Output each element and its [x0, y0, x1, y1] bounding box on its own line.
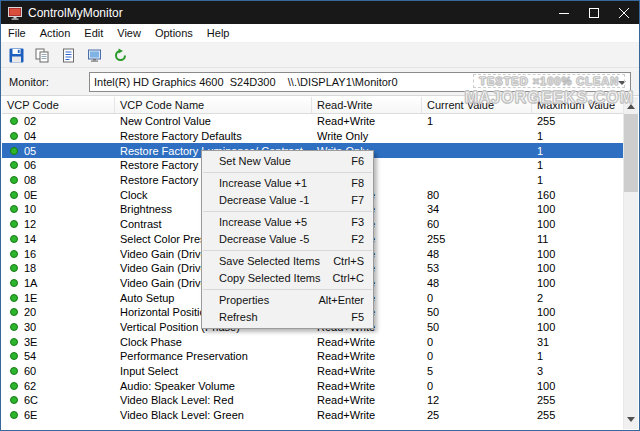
menu-item-shortcut: Alt+Enter	[318, 292, 364, 309]
vcp-name-cell: Audio: Speaker Volume	[115, 378, 312, 393]
context-menu-item-refresh[interactable]: RefreshF5	[202, 309, 373, 326]
context-menu-item-increase-value-5[interactable]: Increase Value +5F3	[202, 214, 373, 231]
status-dot-icon	[10, 147, 18, 155]
current-value-cell	[422, 129, 532, 144]
max-value-cell: 100	[532, 320, 625, 335]
status-dot-icon	[10, 264, 18, 272]
monitor-label: Monitor:	[9, 76, 89, 88]
vcp-code-cell: 16	[2, 246, 115, 261]
status-dot-icon	[10, 205, 18, 213]
context-menu-item-increase-value-1[interactable]: Increase Value +1F8	[202, 175, 373, 192]
vcp-name-cell: New Control Value	[115, 114, 312, 129]
table-header: VCP CodeVCP Code NameRead-WriteCurrent V…	[2, 97, 638, 114]
current-value-cell: 25	[422, 408, 532, 423]
context-menu-item-decrease-value-5[interactable]: Decrease Value -5F2	[202, 231, 373, 248]
menu-item-shortcut: F5	[351, 309, 364, 326]
column-header-vcp-code-name[interactable]: VCP Code Name	[115, 97, 312, 113]
vcp-name-cell: Performance Preservation	[115, 349, 312, 364]
app-icon	[8, 6, 22, 20]
scroll-up-arrow-icon[interactable]	[624, 98, 638, 114]
read-write-cell: Write Only	[312, 129, 422, 144]
vcp-code-text: 04	[24, 130, 36, 142]
vcp-code-cell: 12	[2, 217, 115, 232]
current-value-cell	[422, 158, 532, 173]
table-row[interactable]: 02New Control ValueRead+Write1255	[2, 114, 638, 129]
status-dot-icon	[10, 352, 18, 360]
menu-item-label: Increase Value +1	[219, 175, 307, 192]
copy-icon[interactable]	[32, 45, 53, 66]
document-icon[interactable]	[58, 45, 79, 66]
context-menu-item-copy-selected-items[interactable]: Copy Selected ItemsCtrl+C	[202, 270, 373, 287]
vcp-code-cell: 60	[2, 364, 115, 379]
vcp-code-cell: 20	[2, 305, 115, 320]
menu-item-options[interactable]: Options	[148, 24, 200, 42]
vcp-code-cell: 1E	[2, 290, 115, 305]
vcp-code-cell: 02	[2, 114, 115, 129]
context-menu: Set New ValueF6Increase Value +1F8Decrea…	[201, 150, 374, 329]
vcp-code-text: 20	[24, 306, 36, 318]
vcp-code-cell: 04	[2, 129, 115, 144]
properties-icon[interactable]	[84, 45, 105, 66]
maximize-button[interactable]	[579, 1, 609, 24]
save-icon[interactable]	[6, 45, 27, 66]
current-value-cell: 50	[422, 320, 532, 335]
column-header-read-write[interactable]: Read-Write	[312, 97, 422, 113]
menu-item-file[interactable]: File	[1, 24, 33, 42]
context-menu-item-decrease-value-1[interactable]: Decrease Value -1F7	[202, 192, 373, 209]
table-row[interactable]: 6CVideo Black Level: RedRead+Write12255	[2, 393, 638, 408]
vcp-code-cell: 54	[2, 349, 115, 364]
scroll-down-arrow-icon[interactable]	[624, 412, 638, 428]
vcp-name-cell: Input Select	[115, 364, 312, 379]
table-row[interactable]: 62Audio: Speaker VolumeRead+Write0100	[2, 378, 638, 393]
chevron-down-icon	[618, 81, 626, 89]
menu-item-edit[interactable]: Edit	[77, 24, 110, 42]
column-header-current-value[interactable]: Current Value	[422, 97, 532, 113]
menu-item-action[interactable]: Action	[33, 24, 78, 42]
column-header-maximum-value[interactable]: Maximum Value	[532, 97, 625, 113]
vcp-code-cell: 08	[2, 173, 115, 188]
vcp-code-cell: 0E	[2, 187, 115, 202]
scrollbar-thumb[interactable]	[624, 114, 638, 192]
status-dot-icon	[10, 220, 18, 228]
menu-item-view[interactable]: View	[110, 24, 148, 42]
vcp-code-cell: 06	[2, 158, 115, 173]
current-value-cell: 0	[422, 378, 532, 393]
close-button[interactable]	[609, 1, 639, 24]
vcp-name-cell: Clock Phase	[115, 334, 312, 349]
column-header-vcp-code[interactable]: VCP Code	[2, 97, 115, 113]
table-row[interactable]: 04Restore Factory DefaultsWrite Only1	[2, 129, 638, 144]
menu-item-shortcut: F3	[351, 214, 364, 231]
table-row[interactable]: 54Performance PreservationRead+Write01	[2, 349, 638, 364]
window-controls	[549, 1, 639, 24]
context-menu-item-properties[interactable]: PropertiesAlt+Enter	[202, 292, 373, 309]
vertical-scrollbar[interactable]	[623, 97, 638, 429]
vcp-code-cell: 14	[2, 232, 115, 247]
vcp-code-text: 08	[24, 174, 36, 186]
menu-separator	[203, 211, 372, 212]
max-value-cell: 3	[532, 364, 625, 379]
max-value-cell: 2	[532, 290, 625, 305]
max-value-cell: 1	[532, 129, 625, 144]
current-value-cell: 48	[422, 246, 532, 261]
table-row[interactable]: 3EClock PhaseRead+Write031	[2, 334, 638, 349]
current-value-cell: 255	[422, 232, 532, 247]
current-value-cell: 0	[422, 334, 532, 349]
refresh-icon[interactable]	[110, 45, 131, 66]
context-menu-item-save-selected-items[interactable]: Save Selected ItemsCtrl+S	[202, 253, 373, 270]
read-write-cell: Read+Write	[312, 393, 422, 408]
monitor-combobox[interactable]: Intel(R) HD Graphics 4600 S24D300 \\.\DI…	[89, 72, 631, 92]
menu-item-help[interactable]: Help	[200, 24, 237, 42]
current-value-cell: 50	[422, 305, 532, 320]
window-title: ControlMyMonitor	[28, 6, 123, 20]
table-row[interactable]: 60Input SelectRead+Write53	[2, 364, 638, 379]
vcp-code-cell: 18	[2, 261, 115, 276]
table-row[interactable]: 6EVideo Black Level: GreenRead+Write2525…	[2, 408, 638, 423]
minimize-button[interactable]	[549, 1, 579, 24]
read-write-cell: Read+Write	[312, 364, 422, 379]
vcp-code-text: 1A	[24, 277, 37, 289]
status-dot-icon	[10, 176, 18, 184]
status-dot-icon	[10, 250, 18, 258]
context-menu-item-set-new-value[interactable]: Set New ValueF6	[202, 153, 373, 170]
max-value-cell: 100	[532, 305, 625, 320]
status-dot-icon	[10, 396, 18, 404]
